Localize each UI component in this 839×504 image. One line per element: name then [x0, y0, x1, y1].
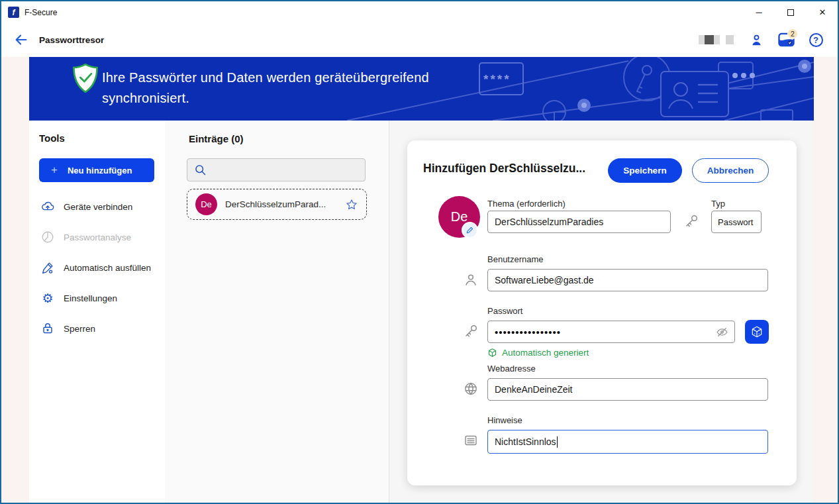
- entry-title: DerSchlüsselzumParad...: [225, 199, 326, 209]
- maximize-icon: [787, 9, 794, 16]
- help-button[interactable]: ?: [807, 31, 824, 48]
- add-new-button[interactable]: + Neu hinzufügen: [39, 158, 154, 182]
- vault-status-button[interactable]: 2: [777, 31, 795, 48]
- autofill-icon: [40, 260, 55, 275]
- search-icon: [193, 163, 207, 177]
- sidebar-item-lock[interactable]: Sperren: [29, 313, 165, 344]
- search-input[interactable]: [212, 165, 365, 175]
- sidebar-item-password-analysis: Passwortanalyse: [29, 222, 165, 252]
- shield-check-icon: [72, 64, 99, 93]
- connect-devices-icon: [40, 199, 55, 214]
- username-label: Benutzername: [487, 254, 544, 264]
- password-analysis-icon: [40, 230, 55, 244]
- minimize-button[interactable]: ─: [753, 7, 765, 19]
- generated-note: Automatisch generiert: [487, 348, 589, 358]
- lock-icon: [40, 321, 55, 336]
- entries-panel: Einträge (0) De DerSchlüsselzumParad...: [165, 121, 389, 503]
- save-button[interactable]: Speichern: [608, 158, 682, 183]
- globe-icon: [463, 381, 479, 397]
- close-button[interactable]: ✕: [816, 7, 828, 19]
- entry-detail-card: Hinzufügen DerSchlüsselzu... Speichern A…: [407, 140, 797, 485]
- left-margin: [1, 57, 29, 503]
- banner-message: Ihre Passwörter und Daten werden geräteü…: [102, 68, 429, 109]
- vault-badge: 2: [787, 28, 798, 39]
- main-area: Hinzufügen DerSchlüsselzu... Speichern A…: [389, 121, 814, 503]
- topic-input[interactable]: [487, 211, 671, 233]
- sidebar-item-autofill[interactable]: Automatisch ausfüllen: [29, 252, 165, 283]
- entry-list-item[interactable]: De DerSchlüsselzumParad...: [187, 189, 367, 220]
- app-name: F-Secure: [25, 8, 57, 17]
- back-arrow-icon: [14, 32, 28, 47]
- show-password-button[interactable]: [715, 325, 729, 339]
- dice-green-icon: [487, 348, 497, 358]
- pencil-icon: [466, 227, 473, 234]
- password-input[interactable]: [487, 321, 735, 343]
- cancel-button[interactable]: Abbrechen: [692, 158, 769, 183]
- tools-sidebar: Tools + Neu hinzufügen Geräte verbinden …: [29, 121, 165, 503]
- type-dropdown[interactable]: Passwort: [711, 211, 762, 233]
- generate-password-button[interactable]: [745, 320, 769, 344]
- maximize-button[interactable]: [785, 7, 797, 19]
- entry-avatar: De: [195, 193, 217, 215]
- topic-label: Thema (erforderlich): [487, 199, 566, 209]
- web-address-label: Webadresse: [487, 364, 536, 374]
- detail-title: Hinzufügen DerSchlüsselzu...: [423, 162, 603, 176]
- back-button[interactable]: [13, 32, 29, 48]
- notes-icon: [463, 432, 479, 448]
- titlebar: f F-Secure ─ ✕: [1, 1, 838, 23]
- type-label: Typ: [711, 199, 725, 209]
- eye-off-icon: [715, 325, 729, 339]
- stars-decoration: ****: [483, 72, 511, 86]
- password-label: Passwort: [487, 306, 522, 316]
- user-icon: [463, 272, 479, 287]
- redacted-text: [699, 35, 734, 44]
- account-button[interactable]: [748, 31, 765, 48]
- page-title: Passworttresor: [39, 35, 104, 45]
- account-icon: [749, 32, 764, 48]
- settings-gear-icon: ⚙: [40, 292, 55, 305]
- search-box[interactable]: [187, 158, 366, 181]
- help-icon: ?: [809, 33, 823, 47]
- fsecure-window: f F-Secure ─ ✕ Passworttresor 2: [0, 0, 839, 504]
- sync-banner: **** Ihre Passwörter und Daten werden ge…: [29, 57, 814, 121]
- web-address-input[interactable]: [487, 378, 768, 401]
- sidebar-item-connect-devices[interactable]: Geräte verbinden: [29, 191, 165, 222]
- header: Passworttresor 2 ?: [1, 23, 838, 56]
- edit-avatar-button[interactable]: [463, 223, 477, 237]
- plus-icon: +: [51, 164, 58, 177]
- tools-heading: Tools: [39, 132, 65, 144]
- star-icon: [345, 198, 358, 211]
- text-cursor: [557, 436, 558, 448]
- dice-icon: [750, 325, 764, 338]
- notes-label: Hinweise: [487, 415, 522, 425]
- key-icon-topic: [683, 213, 699, 229]
- sidebar-item-settings[interactable]: ⚙ Einstellungen: [29, 283, 165, 313]
- notes-input[interactable]: NichtIstSinnlos: [487, 430, 768, 454]
- entries-heading: Einträge (0): [189, 133, 244, 144]
- favorite-star-button[interactable]: [345, 198, 358, 211]
- key-icon-password: [463, 323, 479, 339]
- fsecure-logo-icon: f: [8, 7, 19, 18]
- right-margin: [814, 57, 838, 503]
- username-input[interactable]: [487, 269, 768, 291]
